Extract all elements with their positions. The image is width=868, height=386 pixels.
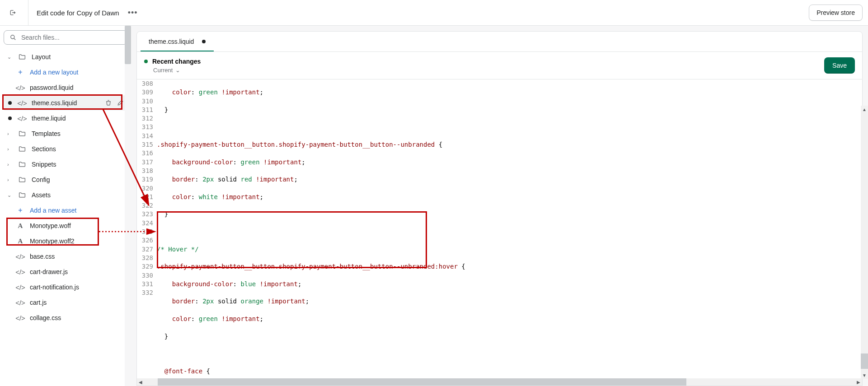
svg-point-0 xyxy=(11,35,14,39)
recent-changes-label: Recent changes xyxy=(152,58,201,65)
section-label: Layout xyxy=(32,53,51,60)
code-file-icon: </> xyxy=(16,253,24,260)
file-cart-notification-js[interactable]: </> cart-notification.js xyxy=(4,279,127,295)
chevron-down-icon: ⌄ xyxy=(7,192,13,198)
folder-icon xyxy=(18,53,26,60)
tab-theme-css-liquid[interactable]: theme.css.liquid xyxy=(141,32,214,51)
page-title: Edit code for Copy of Dawn xyxy=(37,9,119,17)
recent-changes-dropdown[interactable]: Current ⌄ xyxy=(144,67,201,74)
file-tree: ⌄ Layout + Add a new layout </> password… xyxy=(0,49,131,326)
file-cart-drawer-js[interactable]: </> cart-drawer.js xyxy=(4,264,127,279)
editor-panel: theme.css.liquid Recent changes Current … xyxy=(136,31,863,386)
plus-icon: + xyxy=(16,68,24,76)
code-editor[interactable]: 3083093103113123133143153163173183193203… xyxy=(137,79,862,378)
chevron-down-icon: ⌄ xyxy=(7,54,13,60)
file-cart-js[interactable]: </> cart.js xyxy=(4,295,127,310)
file-theme-css-liquid[interactable]: </> theme.css.liquid xyxy=(4,95,127,111)
code-file-icon: </> xyxy=(16,268,24,276)
code-file-icon: </> xyxy=(18,115,26,122)
code-file-icon: </> xyxy=(16,314,24,322)
divider xyxy=(28,0,28,26)
more-button[interactable]: ••• xyxy=(127,6,139,19)
folder-icon xyxy=(18,145,26,153)
save-button[interactable]: Save xyxy=(824,57,855,74)
pencil-icon[interactable] xyxy=(117,99,124,107)
top-bar: Edit code for Copy of Dawn ••• Preview s… xyxy=(0,0,868,26)
scroll-left-arrow[interactable]: ◀ xyxy=(137,378,144,386)
search-icon xyxy=(9,34,17,41)
chevron-right-icon: › xyxy=(7,146,13,152)
add-asset-button[interactable]: + Add a new asset xyxy=(4,203,127,218)
unsaved-dot-icon xyxy=(8,116,12,120)
code-file-icon: </> xyxy=(18,99,26,107)
file-monotype-woff[interactable]: A Monotype.woff xyxy=(4,218,127,233)
plus-icon: + xyxy=(16,206,24,214)
unsaved-dot-icon xyxy=(202,40,206,43)
section-assets[interactable]: ⌄ Assets xyxy=(4,187,127,203)
font-file-icon: A xyxy=(16,222,24,230)
folder-icon xyxy=(18,176,26,183)
changes-bar: Recent changes Current ⌄ Save xyxy=(137,52,862,79)
code-file-icon: </> xyxy=(16,84,24,92)
chevron-down-icon: ⌄ xyxy=(175,67,180,74)
sidebar-scrollbar-thumb[interactable] xyxy=(125,26,131,64)
chevron-right-icon: › xyxy=(7,131,13,136)
search-input[interactable] xyxy=(21,34,122,41)
trash-icon[interactable] xyxy=(105,99,112,107)
preview-store-button[interactable]: Preview store xyxy=(809,5,863,21)
line-gutter: 3083093103113123133143153163173183193203… xyxy=(137,79,157,378)
chevron-right-icon: › xyxy=(7,162,13,167)
sidebar: ⌄ Layout + Add a new layout </> password… xyxy=(0,26,131,386)
code-file-icon: </> xyxy=(16,299,24,307)
section-templates[interactable]: › Templates xyxy=(4,126,127,141)
file-password-liquid[interactable]: </> password.liquid xyxy=(4,80,127,95)
file-monotype-woff2[interactable]: A Monotype.woff2 xyxy=(4,233,127,249)
section-sections[interactable]: › Sections xyxy=(4,141,127,157)
main: ⌄ Layout + Add a new layout </> password… xyxy=(0,26,868,386)
add-layout-button[interactable]: + Add a new layout xyxy=(4,65,127,80)
horizontal-scrollbar[interactable]: ◀ ▶ xyxy=(137,378,862,386)
code-file-icon: </> xyxy=(16,284,24,291)
search-box[interactable] xyxy=(4,30,127,45)
horizontal-scrollbar-thumb[interactable] xyxy=(158,378,686,386)
vertical-scrollbar-thumb[interactable] xyxy=(861,353,868,369)
file-theme-liquid[interactable]: </> theme.liquid xyxy=(4,111,127,126)
section-snippets[interactable]: › Snippets xyxy=(4,157,127,172)
exit-button[interactable] xyxy=(5,5,20,20)
dots-icon: ••• xyxy=(128,8,138,18)
sidebar-scrollbar[interactable] xyxy=(125,26,131,386)
vertical-scrollbar[interactable]: ▲ ▼ xyxy=(861,106,868,379)
section-layout[interactable]: ⌄ Layout xyxy=(4,49,127,65)
chevron-right-icon: › xyxy=(7,177,13,182)
code-content[interactable]: color: green !important; } .shopify-paym… xyxy=(157,79,862,378)
folder-icon xyxy=(18,191,26,199)
unsaved-dot-icon xyxy=(8,101,12,105)
file-base-css[interactable]: </> base.css xyxy=(4,249,127,264)
green-dot-icon xyxy=(144,60,148,63)
folder-icon xyxy=(18,161,26,168)
editor-tabs: theme.css.liquid xyxy=(137,32,862,52)
scroll-right-arrow[interactable]: ▶ xyxy=(855,378,862,386)
scroll-down-arrow[interactable]: ▼ xyxy=(861,372,868,379)
folder-icon xyxy=(18,130,26,137)
exit-icon xyxy=(9,9,16,16)
scroll-up-arrow[interactable]: ▲ xyxy=(861,106,868,113)
editor-area: theme.css.liquid Recent changes Current … xyxy=(131,26,868,386)
font-file-icon: A xyxy=(16,237,24,245)
section-config[interactable]: › Config xyxy=(4,172,127,187)
file-collage-css[interactable]: </> collage.css xyxy=(4,310,127,326)
